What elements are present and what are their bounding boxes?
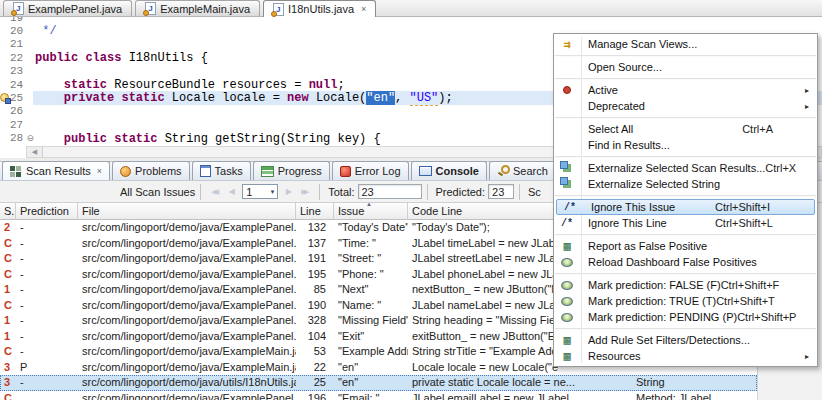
cell-file: src/com/lingoport/demo/java/ExampleMain.… [78, 344, 296, 360]
cell-s: 1 [0, 329, 16, 345]
menu-item-active[interactable]: Active▸ [554, 82, 817, 98]
eye-icon [554, 258, 580, 267]
menu-item-mark-prediction-true-t[interactable]: Mark prediction: TRUE (T)Ctrl+Shift+T [554, 293, 817, 309]
menu-item-ignore-this-line[interactable]: /*Ignore This LineCtrl+Shift+L [554, 215, 817, 231]
cell-issue: "Street: " [334, 251, 408, 267]
menu-item-label: Reload Dashboard False Positives [580, 256, 757, 268]
cell-file: src/com/lingoport/demo/java/ExamplePanel… [78, 282, 296, 298]
menu-shortcut: Ctrl+Shift+L [715, 217, 817, 229]
menu-item-manage-scan-views[interactable]: ⇉Manage Scan Views... [554, 36, 817, 52]
first-issue-button[interactable]: ◀◀ [206, 188, 224, 196]
cell-s: C [0, 391, 16, 400]
menu-item-mark-prediction-pending-p[interactable]: Mark prediction: PENDING (P)Ctrl+Shift+P [554, 309, 817, 325]
table-row[interactable]: Csrc/com/lingoport/demo/java/ExamplePane… [0, 391, 757, 400]
close-view-icon[interactable]: × [97, 166, 102, 176]
menu-item-report-as-false-positive[interactable]: ▦Report as False Positive [554, 238, 817, 254]
cell-code: JLabel emailLabel = new JLabel [408, 391, 632, 400]
cell-s: C [0, 236, 16, 252]
column-header-prediction[interactable]: Prediction [16, 203, 78, 220]
menu-item-select-all[interactable]: Select AllCtrl+A [554, 121, 817, 137]
cell-file: src/com/lingoport/demo/java/utils/I18nUt… [78, 375, 296, 391]
scroll-left-button[interactable]: ◀ [27, 147, 43, 157]
last-issue-button[interactable]: ▶▶ [296, 188, 314, 196]
menu-shortcut: Ctrl+A [742, 123, 817, 135]
line-number: 23 [10, 65, 24, 77]
cell-s: C [0, 267, 16, 283]
column-header-s[interactable]: S. [0, 203, 16, 220]
view-tab-search[interactable]: Search [489, 161, 556, 180]
editor-gutter: 22 [0, 51, 33, 64]
manage-views-icon: ⇉ [554, 37, 580, 52]
menu-item-label: Externalize Selected String [580, 178, 720, 190]
next-issue-button[interactable]: ▶ [281, 187, 296, 196]
code-text: * [33, 17, 822, 24]
menu-shortcut: Ctrl+Shift+P [737, 311, 822, 323]
eclipse-window: ExamplePanel.javaExampleMain.javaI18nUti… [0, 0, 822, 400]
problems-icon [120, 166, 131, 177]
menu-item-label: Resources [580, 350, 641, 362]
total-value-field: 23 [358, 184, 422, 199]
cell-prediction: - [16, 313, 78, 329]
menu-item-resources[interactable]: ▦Resources▸ [554, 348, 817, 364]
menu-item-mark-prediction-false-f[interactable]: Mark prediction: FALSE (F)Ctrl+Shift+F [554, 277, 817, 293]
table-row[interactable]: 3-src/com/lingoport/demo/java/utils/I18n… [0, 375, 757, 391]
marker-space [0, 119, 10, 131]
menu-item-deprecated[interactable]: Deprecated▸ [554, 98, 817, 114]
page-select[interactable]: 1 ▾ [242, 184, 278, 199]
view-tab-label: Console [436, 165, 479, 177]
column-header-file[interactable]: File [78, 203, 296, 220]
dropdown-arrow-icon: ▾ [271, 188, 275, 196]
menu-item-reload-dashboard-false-positives[interactable]: Reload Dashboard False Positives [554, 254, 817, 270]
cell-file: src/com/lingoport/demo/java/ExamplePanel… [78, 236, 296, 252]
editor-gutter: 23 [0, 65, 33, 78]
column-header-line[interactable]: Line [296, 203, 334, 220]
cell-file: src/com/lingoport/demo/java/ExamplePanel… [78, 391, 296, 400]
menu-item-label: Open Source... [580, 61, 662, 73]
cell-s: 3 [0, 360, 16, 376]
submenu-arrow-icon: ▸ [805, 102, 809, 111]
cell-prediction: - [16, 329, 78, 345]
view-tab-progress[interactable]: Progress [253, 161, 330, 180]
cell-line: 195 [296, 267, 334, 283]
toolbar-separator [200, 184, 201, 200]
menu-shortcut: Ctrl+X [765, 162, 822, 174]
predicted-value-field: 23 [488, 184, 514, 199]
menu-item-externalize-selected-string[interactable]: Externalize Selected String [554, 176, 817, 192]
editor-tab-i18nutils-java[interactable]: I18nUtils.java× [263, 0, 376, 17]
view-tab-error-log[interactable]: Error Log [332, 161, 409, 180]
menu-item-externalize-selected-scan-results[interactable]: Externalize Selected Scan Results...Ctrl… [554, 160, 817, 176]
marker-space [0, 25, 10, 37]
error-log-icon [340, 166, 351, 177]
menu-item-find-in-results[interactable]: Find in Results... [554, 137, 817, 153]
menu-separator [555, 234, 816, 235]
menu-item-ignore-this-issue[interactable]: /*Ignore This IssueCtrl+Shift+I [556, 199, 815, 215]
eye-icon [554, 313, 580, 322]
cell-line: 137 [296, 236, 334, 252]
marker-space [0, 38, 10, 50]
menu-separator [555, 55, 816, 56]
search-icon [497, 165, 509, 177]
toolbar-separator [427, 184, 428, 200]
cell-prediction [16, 391, 78, 400]
menu-item-label: Externalize Selected Scan Results... [580, 162, 765, 174]
sort-asc-icon: ▲ [366, 203, 372, 207]
prev-issue-button[interactable]: ◀ [224, 187, 239, 196]
editor-tab-examplepanel-java[interactable]: ExamplePanel.java [3, 0, 132, 16]
view-tab-scan-results[interactable]: Scan Results× [2, 161, 110, 180]
menu-item-label: Mark prediction: PENDING (P) [580, 311, 737, 323]
view-tab-tasks[interactable]: Tasks [192, 161, 251, 180]
code-line: 19 * [0, 17, 822, 24]
view-tab-console[interactable]: Console [411, 161, 487, 180]
predicted-label: Predicted: [436, 186, 486, 198]
menu-item-label: Ignore This Issue [583, 201, 675, 213]
cell-issue: "Missing Field" [334, 313, 408, 329]
menu-item-add-rule-set-filters-detections[interactable]: ▦Add Rule Set Filters/Detections... [554, 332, 817, 348]
close-tab-icon[interactable]: × [361, 5, 366, 14]
editor-tab-label: ExampleMain.java [160, 3, 250, 15]
editor-tab-examplemain-java[interactable]: ExampleMain.java [135, 0, 260, 16]
menu-item-open-source[interactable]: Open Source... [554, 59, 817, 75]
menu-separator [555, 156, 816, 157]
total-label: Total: [328, 186, 354, 198]
column-header-issue[interactable]: Issue▲ [334, 203, 408, 220]
view-tab-problems[interactable]: Problems [112, 161, 189, 180]
